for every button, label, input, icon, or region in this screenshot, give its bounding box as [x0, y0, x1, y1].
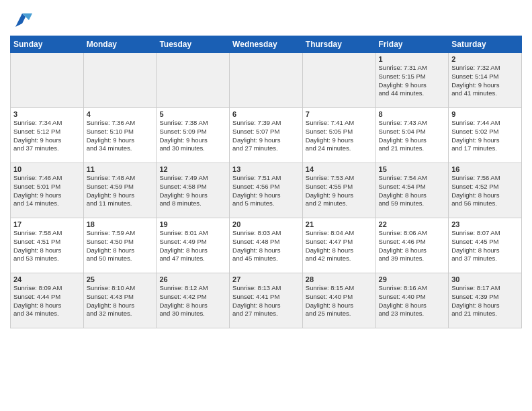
- logo-icon: [12, 10, 32, 30]
- week-row-2: 10Sunrise: 7:46 AM Sunset: 5:01 PM Dayli…: [11, 163, 522, 218]
- day-info: Sunrise: 7:38 AM Sunset: 5:09 PM Dayligh…: [159, 119, 226, 153]
- day-cell: 16Sunrise: 7:56 AM Sunset: 4:52 PM Dayli…: [449, 163, 522, 218]
- day-number: 14: [306, 165, 373, 173]
- day-info: Sunrise: 7:43 AM Sunset: 5:04 PM Dayligh…: [379, 119, 446, 153]
- day-cell: 8Sunrise: 7:43 AM Sunset: 5:04 PM Daylig…: [375, 108, 449, 163]
- day-cell: 1Sunrise: 7:31 AM Sunset: 5:15 PM Daylig…: [375, 53, 449, 108]
- day-number: 25: [87, 275, 154, 283]
- day-number: 9: [451, 110, 519, 118]
- day-number: 18: [87, 220, 154, 228]
- day-info: Sunrise: 7:58 AM Sunset: 4:51 PM Dayligh…: [13, 229, 81, 263]
- day-cell: [302, 53, 375, 108]
- day-cell: 7Sunrise: 7:41 AM Sunset: 5:05 PM Daylig…: [302, 108, 375, 163]
- day-cell: 18Sunrise: 7:59 AM Sunset: 4:50 PM Dayli…: [83, 218, 157, 273]
- day-cell: 21Sunrise: 8:04 AM Sunset: 4:47 PM Dayli…: [302, 218, 375, 273]
- day-cell: 19Sunrise: 8:01 AM Sunset: 4:49 PM Dayli…: [157, 218, 230, 273]
- day-cell: 11Sunrise: 7:48 AM Sunset: 4:59 PM Dayli…: [83, 163, 157, 218]
- header-friday: Friday: [375, 36, 449, 53]
- week-row-1: 3Sunrise: 7:34 AM Sunset: 5:12 PM Daylig…: [11, 108, 522, 163]
- day-info: Sunrise: 8:15 AM Sunset: 4:40 PM Dayligh…: [306, 284, 373, 318]
- day-number: 3: [13, 110, 81, 118]
- day-cell: [230, 53, 303, 108]
- day-cell: 3Sunrise: 7:34 AM Sunset: 5:12 PM Daylig…: [11, 108, 84, 163]
- day-info: Sunrise: 8:01 AM Sunset: 4:49 PM Dayligh…: [159, 229, 226, 263]
- day-info: Sunrise: 8:12 AM Sunset: 4:42 PM Dayligh…: [159, 284, 226, 318]
- day-number: 10: [13, 165, 81, 173]
- day-number: 5: [159, 110, 226, 118]
- day-cell: 27Sunrise: 8:13 AM Sunset: 4:41 PM Dayli…: [230, 273, 303, 328]
- header-monday: Monday: [83, 36, 157, 53]
- day-cell: 17Sunrise: 7:58 AM Sunset: 4:51 PM Dayli…: [11, 218, 84, 273]
- day-number: 30: [451, 275, 519, 283]
- day-number: 22: [379, 220, 446, 228]
- day-info: Sunrise: 8:07 AM Sunset: 4:45 PM Dayligh…: [451, 229, 519, 263]
- day-info: Sunrise: 8:10 AM Sunset: 4:43 PM Dayligh…: [87, 284, 154, 318]
- day-info: Sunrise: 8:04 AM Sunset: 4:47 PM Dayligh…: [306, 229, 373, 263]
- day-cell: 23Sunrise: 8:07 AM Sunset: 4:45 PM Dayli…: [449, 218, 522, 273]
- week-row-0: 1Sunrise: 7:31 AM Sunset: 5:15 PM Daylig…: [11, 53, 522, 108]
- page-container: SundayMondayTuesdayWednesdayThursdayFrid…: [0, 0, 532, 335]
- calendar-header: SundayMondayTuesdayWednesdayThursdayFrid…: [11, 36, 522, 53]
- day-cell: 5Sunrise: 7:38 AM Sunset: 5:09 PM Daylig…: [157, 108, 230, 163]
- day-number: 24: [13, 275, 81, 283]
- logo: [10, 10, 32, 30]
- day-number: 7: [306, 110, 373, 118]
- day-cell: [11, 53, 84, 108]
- day-cell: 12Sunrise: 7:49 AM Sunset: 4:58 PM Dayli…: [157, 163, 230, 218]
- day-number: 28: [306, 275, 373, 283]
- day-number: 1: [379, 55, 446, 63]
- calendar-table: SundayMondayTuesdayWednesdayThursdayFrid…: [10, 36, 522, 328]
- day-cell: 24Sunrise: 8:09 AM Sunset: 4:44 PM Dayli…: [11, 273, 84, 328]
- day-cell: 15Sunrise: 7:54 AM Sunset: 4:54 PM Dayli…: [375, 163, 449, 218]
- day-info: Sunrise: 7:49 AM Sunset: 4:58 PM Dayligh…: [159, 174, 226, 208]
- day-info: Sunrise: 8:03 AM Sunset: 4:48 PM Dayligh…: [232, 229, 300, 263]
- day-info: Sunrise: 7:34 AM Sunset: 5:12 PM Dayligh…: [13, 119, 81, 153]
- day-info: Sunrise: 7:39 AM Sunset: 5:07 PM Dayligh…: [232, 119, 300, 153]
- day-cell: 2Sunrise: 7:32 AM Sunset: 5:14 PM Daylig…: [449, 53, 522, 108]
- day-info: Sunrise: 7:41 AM Sunset: 5:05 PM Dayligh…: [306, 119, 373, 153]
- day-number: 19: [159, 220, 226, 228]
- day-number: 2: [451, 55, 519, 63]
- day-info: Sunrise: 7:53 AM Sunset: 4:55 PM Dayligh…: [306, 174, 373, 208]
- day-cell: 10Sunrise: 7:46 AM Sunset: 5:01 PM Dayli…: [11, 163, 84, 218]
- day-info: Sunrise: 8:16 AM Sunset: 4:40 PM Dayligh…: [379, 284, 446, 318]
- calendar-body: 1Sunrise: 7:31 AM Sunset: 5:15 PM Daylig…: [11, 53, 522, 328]
- week-row-3: 17Sunrise: 7:58 AM Sunset: 4:51 PM Dayli…: [11, 218, 522, 273]
- day-cell: 25Sunrise: 8:10 AM Sunset: 4:43 PM Dayli…: [83, 273, 157, 328]
- day-info: Sunrise: 8:17 AM Sunset: 4:39 PM Dayligh…: [451, 284, 519, 318]
- header-saturday: Saturday: [449, 36, 522, 53]
- day-info: Sunrise: 7:44 AM Sunset: 5:02 PM Dayligh…: [451, 119, 519, 153]
- day-number: 20: [232, 220, 300, 228]
- day-cell: 26Sunrise: 8:12 AM Sunset: 4:42 PM Dayli…: [157, 273, 230, 328]
- day-cell: 4Sunrise: 7:36 AM Sunset: 5:10 PM Daylig…: [83, 108, 157, 163]
- day-cell: 13Sunrise: 7:51 AM Sunset: 4:56 PM Dayli…: [230, 163, 303, 218]
- day-cell: 20Sunrise: 8:03 AM Sunset: 4:48 PM Dayli…: [230, 218, 303, 273]
- day-number: 23: [451, 220, 519, 228]
- day-info: Sunrise: 8:09 AM Sunset: 4:44 PM Dayligh…: [13, 284, 81, 318]
- header-tuesday: Tuesday: [157, 36, 230, 53]
- day-info: Sunrise: 7:36 AM Sunset: 5:10 PM Dayligh…: [87, 119, 154, 153]
- day-number: 8: [379, 110, 446, 118]
- day-cell: 28Sunrise: 8:15 AM Sunset: 4:40 PM Dayli…: [302, 273, 375, 328]
- day-cell: 29Sunrise: 8:16 AM Sunset: 4:40 PM Dayli…: [375, 273, 449, 328]
- day-info: Sunrise: 7:59 AM Sunset: 4:50 PM Dayligh…: [87, 229, 154, 263]
- day-cell: 30Sunrise: 8:17 AM Sunset: 4:39 PM Dayli…: [449, 273, 522, 328]
- header-wednesday: Wednesday: [230, 36, 303, 53]
- header-sunday: Sunday: [11, 36, 84, 53]
- day-info: Sunrise: 7:56 AM Sunset: 4:52 PM Dayligh…: [451, 174, 519, 208]
- day-number: 17: [13, 220, 81, 228]
- day-number: 13: [232, 165, 300, 173]
- day-info: Sunrise: 7:32 AM Sunset: 5:14 PM Dayligh…: [451, 64, 519, 98]
- page-header: [10, 7, 522, 30]
- day-number: 21: [306, 220, 373, 228]
- day-cell: [83, 53, 157, 108]
- day-info: Sunrise: 7:51 AM Sunset: 4:56 PM Dayligh…: [232, 174, 300, 208]
- day-number: 27: [232, 275, 300, 283]
- day-cell: [157, 53, 230, 108]
- day-number: 4: [87, 110, 154, 118]
- day-info: Sunrise: 7:48 AM Sunset: 4:59 PM Dayligh…: [87, 174, 154, 208]
- day-number: 16: [451, 165, 519, 173]
- header-row: SundayMondayTuesdayWednesdayThursdayFrid…: [11, 36, 522, 53]
- day-cell: 6Sunrise: 7:39 AM Sunset: 5:07 PM Daylig…: [230, 108, 303, 163]
- day-info: Sunrise: 7:54 AM Sunset: 4:54 PM Dayligh…: [379, 174, 446, 208]
